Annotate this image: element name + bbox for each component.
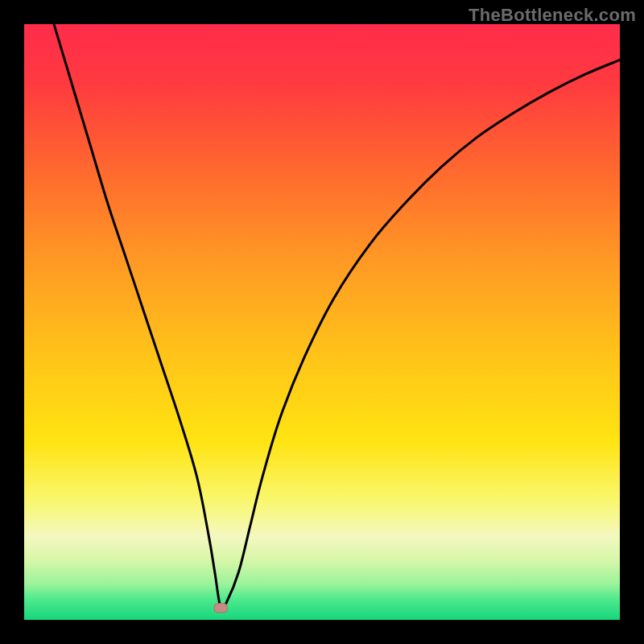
chart-canvas: [24, 24, 620, 620]
optimal-marker: [214, 604, 227, 613]
chart-frame: TheBottleneck.com: [0, 0, 644, 644]
watermark-text: TheBottleneck.com: [469, 5, 636, 26]
plot-area: [24, 24, 620, 620]
